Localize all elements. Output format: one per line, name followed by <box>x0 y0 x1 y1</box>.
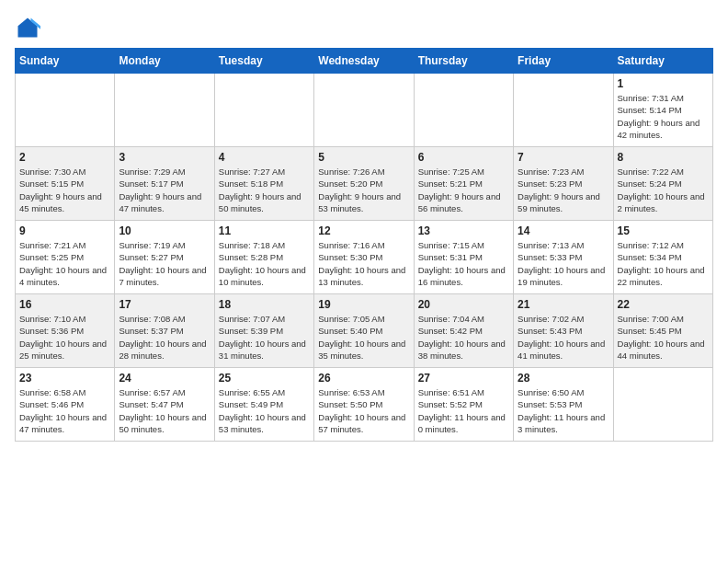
day-number: 14 <box>518 224 609 237</box>
day-info: Sunrise: 7:31 AM Sunset: 5:14 PM Dayligh… <box>618 92 709 141</box>
day-info: Sunrise: 7:07 AM Sunset: 5:39 PM Dayligh… <box>219 313 310 362</box>
calendar-cell: 22Sunrise: 7:00 AM Sunset: 5:45 PM Dayli… <box>613 294 712 368</box>
day-header-friday: Friday <box>514 49 613 74</box>
day-info: Sunrise: 7:21 AM Sunset: 5:25 PM Dayligh… <box>19 239 110 288</box>
day-info: Sunrise: 7:26 AM Sunset: 5:20 PM Dayligh… <box>318 166 409 214</box>
calendar-body: 1Sunrise: 7:31 AM Sunset: 5:14 PM Daylig… <box>16 74 713 442</box>
day-number: 9 <box>19 224 110 237</box>
calendar-cell: 28Sunrise: 6:50 AM Sunset: 5:53 PM Dayli… <box>514 368 613 442</box>
calendar-cell: 6Sunrise: 7:25 AM Sunset: 5:21 PM Daylig… <box>414 147 513 221</box>
day-info: Sunrise: 7:27 AM Sunset: 5:18 PM Dayligh… <box>219 166 310 214</box>
day-info: Sunrise: 7:18 AM Sunset: 5:28 PM Dayligh… <box>219 239 310 288</box>
day-number: 8 <box>618 151 709 164</box>
day-info: Sunrise: 7:16 AM Sunset: 5:30 PM Dayligh… <box>318 239 409 288</box>
calendar-cell: 15Sunrise: 7:12 AM Sunset: 5:34 PM Dayli… <box>613 221 712 294</box>
week-row-5: 23Sunrise: 6:58 AM Sunset: 5:46 PM Dayli… <box>16 368 713 442</box>
calendar-cell: 26Sunrise: 6:53 AM Sunset: 5:50 PM Dayli… <box>314 368 414 442</box>
day-header-saturday: Saturday <box>613 49 712 74</box>
calendar-cell: 10Sunrise: 7:19 AM Sunset: 5:27 PM Dayli… <box>115 221 214 294</box>
day-info: Sunrise: 7:00 AM Sunset: 5:45 PM Dayligh… <box>618 313 709 362</box>
calendar-cell: 7Sunrise: 7:23 AM Sunset: 5:23 PM Daylig… <box>514 147 613 221</box>
calendar-cell <box>16 74 115 147</box>
day-info: Sunrise: 7:23 AM Sunset: 5:23 PM Dayligh… <box>518 166 609 214</box>
days-of-week-row: SundayMondayTuesdayWednesdayThursdayFrid… <box>16 49 713 74</box>
calendar-cell: 27Sunrise: 6:51 AM Sunset: 5:52 PM Dayli… <box>414 368 513 442</box>
day-info: Sunrise: 7:10 AM Sunset: 5:36 PM Dayligh… <box>19 313 110 362</box>
day-number: 11 <box>219 224 310 237</box>
calendar-cell: 5Sunrise: 7:26 AM Sunset: 5:20 PM Daylig… <box>314 147 414 221</box>
week-row-1: 1Sunrise: 7:31 AM Sunset: 5:14 PM Daylig… <box>16 74 713 147</box>
day-number: 24 <box>119 372 210 385</box>
day-number: 26 <box>318 372 409 385</box>
day-number: 19 <box>318 298 409 311</box>
day-number: 7 <box>518 151 609 164</box>
logo <box>15 15 44 40</box>
day-header-monday: Monday <box>115 49 214 74</box>
day-number: 4 <box>219 151 310 164</box>
calendar-cell <box>414 74 513 147</box>
day-number: 13 <box>418 224 509 237</box>
calendar-cell: 21Sunrise: 7:02 AM Sunset: 5:43 PM Dayli… <box>514 294 613 368</box>
calendar-cell <box>115 74 214 147</box>
day-info: Sunrise: 7:08 AM Sunset: 5:37 PM Dayligh… <box>119 313 210 362</box>
calendar-cell <box>613 368 712 442</box>
calendar-cell: 24Sunrise: 6:57 AM Sunset: 5:47 PM Dayli… <box>115 368 214 442</box>
day-info: Sunrise: 7:13 AM Sunset: 5:33 PM Dayligh… <box>518 239 609 288</box>
day-number: 17 <box>119 298 210 311</box>
week-row-3: 9Sunrise: 7:21 AM Sunset: 5:25 PM Daylig… <box>16 221 713 294</box>
logo-icon <box>15 15 40 40</box>
calendar-table: SundayMondayTuesdayWednesdayThursdayFrid… <box>15 48 713 442</box>
calendar-cell: 13Sunrise: 7:15 AM Sunset: 5:31 PM Dayli… <box>414 221 513 294</box>
day-number: 2 <box>19 151 110 164</box>
day-number: 6 <box>418 151 509 164</box>
svg-marker-0 <box>18 18 38 38</box>
calendar-cell <box>214 74 313 147</box>
day-number: 28 <box>518 372 609 385</box>
day-number: 10 <box>119 224 210 237</box>
page-header <box>15 15 713 40</box>
calendar-cell: 16Sunrise: 7:10 AM Sunset: 5:36 PM Dayli… <box>16 294 115 368</box>
calendar-cell: 11Sunrise: 7:18 AM Sunset: 5:28 PM Dayli… <box>214 221 313 294</box>
calendar-cell: 9Sunrise: 7:21 AM Sunset: 5:25 PM Daylig… <box>16 221 115 294</box>
day-number: 22 <box>618 298 709 311</box>
day-number: 12 <box>318 224 409 237</box>
day-header-wednesday: Wednesday <box>314 49 414 74</box>
calendar-cell <box>314 74 414 147</box>
day-info: Sunrise: 6:58 AM Sunset: 5:46 PM Dayligh… <box>19 386 110 435</box>
day-header-thursday: Thursday <box>414 49 513 74</box>
calendar-cell: 1Sunrise: 7:31 AM Sunset: 5:14 PM Daylig… <box>613 74 712 147</box>
day-number: 5 <box>318 151 409 164</box>
day-info: Sunrise: 6:50 AM Sunset: 5:53 PM Dayligh… <box>518 386 609 435</box>
calendar-cell: 3Sunrise: 7:29 AM Sunset: 5:17 PM Daylig… <box>115 147 214 221</box>
day-number: 23 <box>19 372 110 385</box>
day-number: 15 <box>618 224 709 237</box>
calendar-cell <box>514 74 613 147</box>
calendar-cell: 18Sunrise: 7:07 AM Sunset: 5:39 PM Dayli… <box>214 294 313 368</box>
day-number: 21 <box>518 298 609 311</box>
week-row-4: 16Sunrise: 7:10 AM Sunset: 5:36 PM Dayli… <box>16 294 713 368</box>
calendar-cell: 20Sunrise: 7:04 AM Sunset: 5:42 PM Dayli… <box>414 294 513 368</box>
day-info: Sunrise: 7:30 AM Sunset: 5:15 PM Dayligh… <box>19 166 110 214</box>
calendar-cell: 25Sunrise: 6:55 AM Sunset: 5:49 PM Dayli… <box>214 368 313 442</box>
day-info: Sunrise: 6:57 AM Sunset: 5:47 PM Dayligh… <box>119 386 210 435</box>
calendar-header: SundayMondayTuesdayWednesdayThursdayFrid… <box>16 49 713 74</box>
calendar-cell: 17Sunrise: 7:08 AM Sunset: 5:37 PM Dayli… <box>115 294 214 368</box>
week-row-2: 2Sunrise: 7:30 AM Sunset: 5:15 PM Daylig… <box>16 147 713 221</box>
calendar-cell: 23Sunrise: 6:58 AM Sunset: 5:46 PM Dayli… <box>16 368 115 442</box>
day-info: Sunrise: 7:15 AM Sunset: 5:31 PM Dayligh… <box>418 239 509 288</box>
day-info: Sunrise: 7:29 AM Sunset: 5:17 PM Dayligh… <box>119 166 210 214</box>
day-header-sunday: Sunday <box>16 49 115 74</box>
calendar-cell: 2Sunrise: 7:30 AM Sunset: 5:15 PM Daylig… <box>16 147 115 221</box>
calendar-cell: 4Sunrise: 7:27 AM Sunset: 5:18 PM Daylig… <box>214 147 313 221</box>
day-info: Sunrise: 6:55 AM Sunset: 5:49 PM Dayligh… <box>219 386 310 435</box>
day-info: Sunrise: 7:25 AM Sunset: 5:21 PM Dayligh… <box>418 166 509 214</box>
calendar-cell: 8Sunrise: 7:22 AM Sunset: 5:24 PM Daylig… <box>613 147 712 221</box>
day-info: Sunrise: 7:19 AM Sunset: 5:27 PM Dayligh… <box>119 239 210 288</box>
day-number: 16 <box>19 298 110 311</box>
day-info: Sunrise: 6:53 AM Sunset: 5:50 PM Dayligh… <box>318 386 409 435</box>
day-number: 18 <box>219 298 310 311</box>
day-number: 25 <box>219 372 310 385</box>
day-number: 3 <box>119 151 210 164</box>
day-info: Sunrise: 7:02 AM Sunset: 5:43 PM Dayligh… <box>518 313 609 362</box>
day-info: Sunrise: 7:22 AM Sunset: 5:24 PM Dayligh… <box>618 166 709 214</box>
